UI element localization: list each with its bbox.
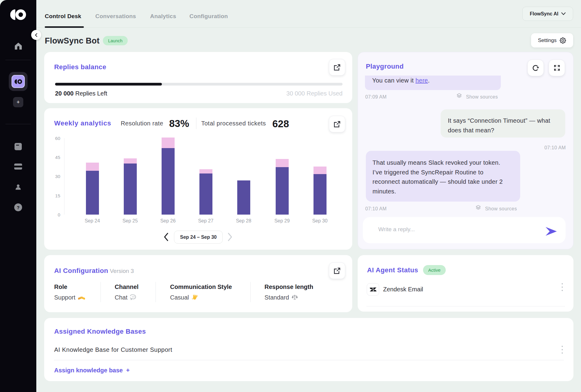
svg-text:?: ?: [17, 205, 19, 210]
